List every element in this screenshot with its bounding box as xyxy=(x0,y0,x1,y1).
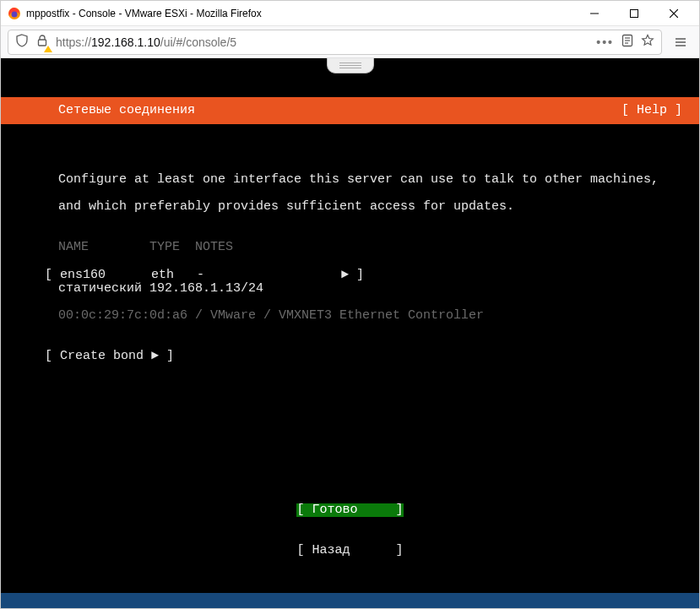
bookmark-star-icon[interactable] xyxy=(641,34,654,50)
minimize-button[interactable] xyxy=(575,2,613,25)
console-bottom-strip xyxy=(1,593,699,609)
window-title: mppostfix - Console - VMware ESXi - Mozi… xyxy=(26,8,575,19)
lock-insecure-icon[interactable] xyxy=(35,34,49,50)
maximize-button[interactable] xyxy=(615,2,653,25)
console-pull-tab[interactable] xyxy=(327,58,374,73)
installer-title: Сетевые соединения xyxy=(11,104,621,117)
column-headers: NAMETYPENOTES xyxy=(1,241,699,254)
done-button[interactable]: [ Готово ] xyxy=(296,503,403,517)
instruction-text: Configure at least one interface this se… xyxy=(1,173,699,187)
svg-rect-3 xyxy=(630,9,638,17)
firefox-icon xyxy=(8,7,21,20)
reader-mode-icon[interactable] xyxy=(621,34,634,50)
interface-address: статический192.168.1.13/24 xyxy=(1,282,699,296)
console-top-strip xyxy=(1,58,699,70)
svg-point-1 xyxy=(12,11,18,17)
installer-footer: [ Готово ] [ Назад ] xyxy=(1,476,699,585)
help-button[interactable]: [ Help ] xyxy=(621,104,689,117)
url-text: https://192.168.1.10/ui/#/console/5 xyxy=(56,35,589,49)
close-button[interactable] xyxy=(654,2,692,25)
page-actions-icon[interactable]: ••• xyxy=(596,35,614,49)
interface-mac: 00:0c:29:7c:0d:a6 / VMware / VMXNET3 Eth… xyxy=(1,309,699,323)
window-titlebar: mppostfix - Console - VMware ESXi - Mozi… xyxy=(1,1,699,26)
instruction-text: and which preferably provides sufficient… xyxy=(1,200,699,214)
hamburger-menu-icon[interactable] xyxy=(669,30,692,54)
create-bond-button[interactable]: [ Create bond ► ] xyxy=(1,349,174,363)
browser-toolbar: https://192.168.1.10/ui/#/console/5 ••• xyxy=(1,26,699,58)
installer-body: Configure at least one interface this se… xyxy=(1,151,699,377)
svg-rect-6 xyxy=(39,40,46,46)
back-button[interactable]: [ Назад ] xyxy=(296,544,403,557)
interface-row[interactable]: [ ens160eth- ► ] xyxy=(1,268,364,282)
vmware-console: Сетевые соединения [ Help ] Configure at… xyxy=(1,58,699,609)
installer-header: Сетевые соединения [ Help ] xyxy=(1,97,699,124)
window-controls xyxy=(575,2,692,25)
terminal-screen[interactable]: Сетевые соединения [ Help ] Configure at… xyxy=(1,70,699,593)
tracking-protection-icon[interactable] xyxy=(15,34,29,50)
url-bar[interactable]: https://192.168.1.10/ui/#/console/5 ••• xyxy=(8,30,662,55)
